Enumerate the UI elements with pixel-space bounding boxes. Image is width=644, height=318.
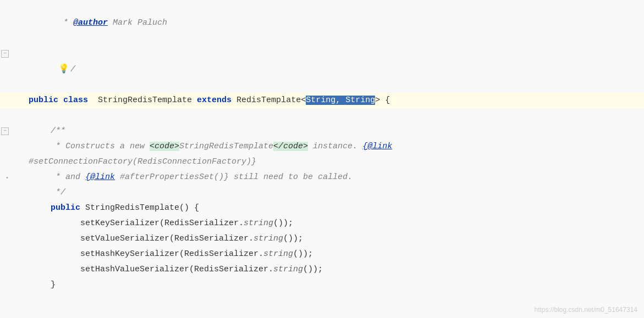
javadoc-atlink: {@link [362,142,392,151]
javadoc-close-star: */ [51,188,65,197]
code-class-decl: public class StringRedisTemplate extends… [22,93,644,108]
gutter-comment-close: − [0,46,22,47]
code-setkey: setKeySerializer(RedisSerializer.string(… [22,216,644,231]
gutter-javadoc-open: − [0,124,22,125]
line-sethashvalue: setHashValueSerializer(RedisSerializer.s… [0,262,644,277]
javadoc-afterprops: #afterPropertiesSet()} [115,172,229,182]
method-setvalue-close: ()); [283,234,303,243]
gutter-blank1 [0,108,22,109]
comment-close-slash: / [70,65,75,74]
line-comment-close: − 💡/ [0,46,644,93]
gutter-javadoc-setconn1 [0,154,22,155]
gutter-constructor-decl [0,200,22,202]
bulb-icon: 💡 [58,62,69,77]
javadoc-open-stars: /** [51,126,65,136]
javadoc-instance-text: instance. [308,142,362,151]
code-javadoc-setconn1: #setConnectionFactory(RedisConnectionFac… [22,154,644,170]
line-constructor-decl: public StringRedisTemplate() { [0,200,644,216]
code-constructor-close: } [22,277,644,293]
javadoc-still: still need to be called. [229,172,353,182]
author-tag: @author [73,18,108,27]
gutter-class-decl: − [0,93,22,94]
comment-star-author: * [58,18,73,27]
code-javadoc-close: */ [22,185,644,200]
method-sethashkey: setHashKeySerializer(RedisSerializer. [80,249,263,259]
line-constructor-close: } [0,277,644,293]
fold-comment-close[interactable]: − [1,50,9,58]
kw-public-constructor: public [51,203,80,213]
gutter-constructor-close [0,277,22,278]
method-setkey: setKeySerializer(RedisSerializer. [80,219,244,228]
line-sethashkey: setHashKeySerializer(RedisSerializer.str… [0,247,644,262]
kw-extends: extends [197,96,232,105]
line-javadoc-setconn1: #setConnectionFactory(RedisConnectionFac… [0,154,644,170]
fold-javadoc[interactable]: − [1,127,9,135]
kw-class: class [63,96,88,105]
gutter-javadoc-close [0,185,22,186]
plain-gt-brace: > { [375,96,390,105]
code-constructor-decl: public StringRedisTemplate() { [22,200,644,216]
code-setvalue: setValueSerializer(RedisSerializer.strin… [22,231,644,247]
code-editor: ▼ * @author Mark Paluch − 💡/ − public cl… [0,0,644,318]
kw-public: public [29,96,58,105]
code-blank1 [22,108,644,124]
classname-string-redis-template: StringRedisTemplate [93,96,197,105]
line-author: ▼ * @author Mark Paluch [0,0,644,46]
method-setvalue: setValueSerializer(RedisSerializer. [80,234,254,243]
string-method-setkey: string [244,219,273,228]
method-sethashvalue-close: ()); [303,265,323,274]
classname-inline: StringRedisTemplate [179,142,273,151]
watermark: https://blog.csdn.net/m0_51647314 [535,306,637,314]
method-setkey-close: ()); [273,219,293,228]
code-javadoc-and: * and {@link #afterPropertiesSet()} stil… [22,170,644,185]
indent-javadoc [29,126,51,136]
javadoc-setconn-text: #setConnectionFactory(RedisConnectionFac… [29,157,256,166]
code-author: * @author Mark Paluch [22,0,644,46]
javadoc-constructs-text: * Constructs a new [51,142,150,151]
line-javadoc-open: − /** [0,124,644,139]
inline-code-close: </code> [273,142,308,151]
gutter-author: ▼ [0,0,22,1]
code-sethashvalue: setHashValueSerializer(RedisSerializer.s… [22,262,644,277]
gutter-javadoc-constructs [0,139,22,140]
string-method-sethashkey: string [263,249,293,259]
author-name: Mark Paluch [108,18,167,27]
gutter-sethashvalue [0,262,22,263]
string-method-sethashvalue: string [273,265,303,274]
method-sethashvalue: setHashValueSerializer(RedisSerializer. [80,265,273,274]
javadoc-and-star: * and [51,172,85,182]
line-setvalue: setValueSerializer(RedisSerializer.strin… [0,231,644,247]
string-method-setvalue: string [254,234,283,243]
code-comment-close: 💡/ [22,46,644,93]
code-sethashkey: setHashKeySerializer(RedisSerializer.str… [22,247,644,262]
code-javadoc-open: /** [22,124,644,139]
gutter-javadoc-and: • [0,170,22,171]
line-javadoc-and: • * and {@link #afterPropertiesSet()} st… [0,170,644,185]
gutter-setvalue [0,231,22,232]
line-blank1 [0,108,644,124]
constructor-brace-close: } [51,280,56,289]
line-setkey: setKeySerializer(RedisSerializer.string(… [0,216,644,231]
line-class-decl: − public class StringRedisTemplate exten… [0,93,644,108]
code-javadoc-constructs: * Constructs a new <code>StringRedisTemp… [22,139,644,154]
line-javadoc-constructs: * Constructs a new <code>StringRedisTemp… [0,139,644,154]
type-param-string-string: String, String [306,96,375,105]
method-sethashkey-close: ()); [293,249,313,259]
constructor-name: StringRedisTemplate() { [80,203,199,213]
javadoc-afterlink: {@link [85,172,115,182]
gutter-setkey [0,216,22,217]
plain-space: RedisTemplate< [232,96,306,105]
fold-and[interactable]: • [3,174,11,182]
gutter-sethashkey [0,247,22,248]
line-javadoc-close: */ [0,185,644,200]
inline-code-open: <code> [150,142,179,151]
